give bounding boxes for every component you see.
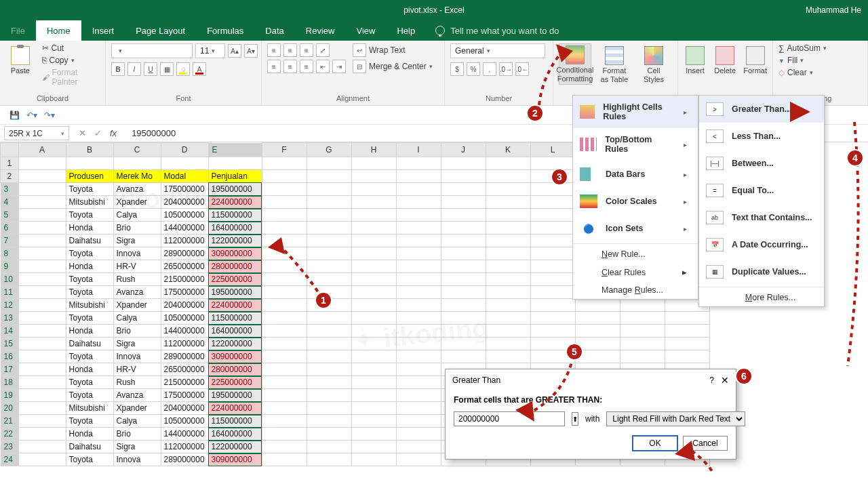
accounting-button[interactable]: $ bbox=[450, 62, 464, 76]
arrow-5 bbox=[502, 352, 597, 427]
date-icon: 📅 bbox=[706, 238, 724, 251]
comma-button[interactable]: , bbox=[483, 62, 496, 76]
fill-button[interactable]: Fill▾ bbox=[778, 56, 827, 65]
redo-button[interactable]: ↷▾ bbox=[44, 110, 55, 120]
italic-button[interactable]: I bbox=[127, 62, 141, 76]
tab-review[interactable]: Review bbox=[295, 20, 346, 41]
bold-button[interactable]: B bbox=[111, 62, 125, 76]
fx-icon[interactable]: fx bbox=[110, 128, 117, 138]
shrink-font-button[interactable]: A▾ bbox=[244, 44, 258, 58]
clear-icon bbox=[778, 68, 785, 77]
decrease-decimal-button[interactable]: .0← bbox=[515, 62, 529, 76]
save-icon[interactable]: 💾 bbox=[9, 110, 20, 120]
tab-help[interactable]: Help bbox=[386, 20, 426, 41]
format-as-table-button[interactable]: Format as Table bbox=[598, 43, 631, 83]
undo-button[interactable]: ↶▾ bbox=[26, 110, 37, 120]
format-painter-button[interactable]: Format Painter bbox=[42, 68, 100, 87]
tab-data[interactable]: Data bbox=[254, 20, 294, 41]
increase-indent-button[interactable]: ⇥ bbox=[332, 60, 346, 73]
between-icon: |—| bbox=[706, 157, 724, 170]
sum-icon bbox=[778, 43, 785, 53]
decrease-indent-button[interactable]: ⇤ bbox=[316, 60, 330, 73]
copy-button[interactable]: Copy▾ bbox=[42, 56, 100, 65]
percent-button[interactable]: % bbox=[467, 62, 480, 76]
ribbon-tabs: File Home Insert Page Layout Formulas Da… bbox=[0, 20, 868, 41]
menu-color-scales[interactable]: Color Scales▸ bbox=[573, 188, 698, 215]
cancel-formula-icon[interactable]: ✕ bbox=[79, 128, 86, 138]
callout-3: 3 bbox=[551, 168, 568, 186]
tab-formulas[interactable]: Formulas bbox=[196, 20, 254, 41]
callout-6: 6 bbox=[735, 367, 753, 385]
tab-file[interactable]: File bbox=[0, 20, 36, 41]
menu-highlight-cells-rules[interactable]: Highlight Cells Rules▸ bbox=[573, 96, 698, 128]
menu-icon-sets[interactable]: 🔵 Icon Sets▸ bbox=[573, 215, 698, 242]
clear-button[interactable]: Clear▾ bbox=[778, 68, 827, 77]
tab-page-layout[interactable]: Page Layout bbox=[125, 20, 196, 41]
submenu-date-occurring[interactable]: 📅A Date Occurring... bbox=[699, 231, 824, 258]
wrap-icon: ↩ bbox=[353, 43, 366, 57]
fill-icon bbox=[778, 56, 785, 65]
grow-font-button[interactable]: A▴ bbox=[228, 44, 241, 58]
menu-top-bottom-rules[interactable]: Top/Bottom Rules▸ bbox=[573, 128, 698, 161]
menu-data-bars[interactable]: Data Bars▸ bbox=[573, 161, 698, 188]
menu-manage-rules[interactable]: Manage Rules... bbox=[573, 281, 698, 299]
eq-icon: = bbox=[706, 184, 724, 197]
orientation-button[interactable]: ⤢ bbox=[316, 43, 330, 57]
tab-view[interactable]: View bbox=[345, 20, 386, 41]
databars-icon bbox=[580, 167, 597, 181]
group-number: Number bbox=[450, 93, 547, 104]
align-top-button[interactable]: ≡ bbox=[267, 43, 281, 57]
enter-formula-icon[interactable]: ✓ bbox=[94, 128, 102, 138]
group-clipboard: Clipboard bbox=[5, 93, 100, 104]
menu-clear-rules[interactable]: Clear Rules▸ bbox=[573, 263, 698, 281]
tab-home[interactable]: Home bbox=[36, 20, 81, 41]
border-button[interactable]: ▦ bbox=[160, 62, 174, 76]
submenu-equal-to[interactable]: =Equal To... bbox=[699, 177, 824, 204]
lt-icon: < bbox=[706, 129, 724, 143]
submenu-text-contains[interactable]: abText that Contains... bbox=[699, 204, 824, 231]
format-cells-button[interactable]: Format bbox=[743, 43, 767, 75]
align-middle-button[interactable]: ≡ bbox=[283, 43, 297, 57]
format-select[interactable]: Light Red Fill with Dark Red Text bbox=[606, 411, 745, 426]
align-bottom-button[interactable]: ≡ bbox=[300, 43, 313, 57]
paste-button[interactable]: Paste bbox=[5, 43, 35, 75]
number-format-select[interactable]: General bbox=[450, 43, 545, 58]
name-box[interactable]: 25R x 1C▾ bbox=[4, 126, 69, 140]
align-right-button[interactable]: ≡ bbox=[300, 60, 313, 73]
tab-insert[interactable]: Insert bbox=[81, 20, 125, 41]
font-size-select[interactable]: 11 bbox=[195, 43, 225, 58]
font-family-select[interactable] bbox=[111, 43, 193, 58]
increase-decimal-button[interactable]: .0→ bbox=[499, 62, 513, 76]
callout-2: 2 bbox=[526, 104, 544, 122]
conditional-formatting-menu: Highlight Cells Rules▸ Top/Bottom Rules▸… bbox=[572, 95, 698, 300]
align-center-button[interactable]: ≡ bbox=[283, 60, 297, 73]
callout-4: 4 bbox=[846, 149, 864, 167]
dialog-close-icon[interactable]: ✕ bbox=[721, 375, 729, 386]
submenu-duplicate-values[interactable]: ▦Duplicate Values... bbox=[699, 258, 824, 285]
autosum-button[interactable]: AutoSum▾ bbox=[778, 43, 827, 53]
submenu-between[interactable]: |—|Between... bbox=[699, 150, 824, 177]
group-font: Font bbox=[111, 93, 256, 104]
underline-button[interactable]: U bbox=[144, 62, 157, 76]
wrap-text-button[interactable]: ↩Wrap Text bbox=[353, 43, 433, 57]
iconsets-icon: 🔵 bbox=[580, 222, 597, 235]
copy-icon bbox=[42, 56, 47, 65]
menu-new-rule[interactable]: New Rule... bbox=[573, 245, 698, 263]
align-left-button[interactable]: ≡ bbox=[267, 60, 281, 73]
text-icon: ab bbox=[706, 211, 724, 224]
fill-color-button[interactable]: ♢ bbox=[176, 62, 190, 76]
cut-button[interactable]: Cut bbox=[42, 43, 100, 53]
arrow-2 bbox=[536, 41, 583, 108]
dialog-help-icon[interactable]: ? bbox=[709, 375, 714, 385]
insert-cells-button[interactable]: Insert bbox=[684, 43, 707, 75]
scissors-icon bbox=[42, 43, 49, 53]
tell-me[interactable]: Tell me what you want to do bbox=[435, 20, 559, 41]
delete-cells-button[interactable]: Delete bbox=[713, 43, 736, 75]
table-icon bbox=[605, 46, 624, 65]
arrow-4 bbox=[787, 102, 827, 142]
tell-me-text: Tell me what you want to do bbox=[450, 26, 559, 36]
font-color-button[interactable]: A bbox=[193, 62, 206, 76]
submenu-more-rules[interactable]: More Rules... bbox=[699, 289, 824, 306]
cell-styles-button[interactable]: Cell Styles bbox=[637, 43, 670, 83]
merge-center-button[interactable]: ⊟Merge & Center▾ bbox=[353, 60, 433, 73]
